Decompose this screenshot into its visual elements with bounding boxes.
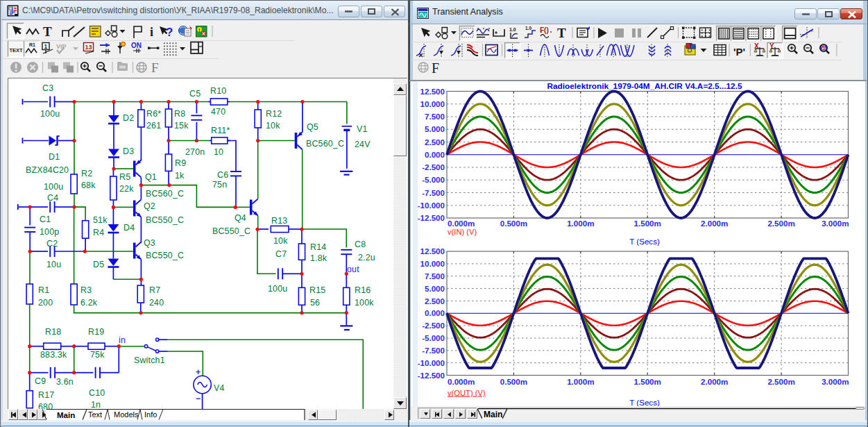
svg-text:3.000m: 3.000m [822, 377, 849, 386]
svg-text:-7.500: -7.500 [422, 188, 445, 197]
svg-text:2.000m: 2.000m [701, 219, 728, 228]
svg-text:51k: 51k [93, 215, 108, 225]
svg-text:T: T [557, 26, 566, 40]
svg-text:BC550_C: BC550_C [146, 251, 184, 260]
svg-text:R14: R14 [310, 242, 326, 252]
svg-text:Switch1: Switch1 [134, 355, 165, 365]
svg-text:R1: R1 [38, 285, 49, 295]
svg-text:5.000: 5.000 [425, 124, 445, 133]
svg-text:C7: C7 [275, 249, 287, 259]
svg-text:1.500m: 1.500m [634, 219, 661, 228]
svg-text:Q4: Q4 [235, 213, 246, 223]
svg-text:−: − [196, 394, 201, 403]
svg-text:6.2k: 6.2k [80, 298, 98, 308]
svg-text:R2: R2 [81, 169, 92, 178]
svg-text:R11*: R11* [211, 126, 230, 135]
svg-text:470: 470 [211, 107, 225, 117]
svg-text:D3: D3 [123, 146, 134, 156]
svg-text:75k: 75k [90, 350, 105, 360]
svg-text:BZX84C20: BZX84C20 [26, 165, 69, 175]
svg-text:240: 240 [149, 298, 164, 308]
svg-text:13: 13 [85, 44, 92, 51]
svg-text:100u: 100u [268, 284, 287, 294]
svg-text:V4: V4 [214, 383, 225, 393]
svg-text:1.0: 1.0 [525, 26, 531, 31]
svg-text:12.500: 12.500 [420, 246, 445, 256]
svg-text:!: ! [198, 27, 201, 33]
svg-text:Q1: Q1 [145, 172, 157, 182]
svg-text:C10: C10 [89, 388, 105, 398]
svg-text:261: 261 [146, 121, 161, 131]
svg-text:R10: R10 [210, 86, 226, 96]
svg-text:2.500m: 2.500m [767, 219, 794, 228]
svg-text:R12: R12 [266, 109, 282, 119]
svg-text:R6*: R6* [146, 109, 161, 119]
svg-text:'P': 'P' [733, 46, 745, 58]
svg-text:R15: R15 [309, 285, 325, 295]
svg-text:Q3: Q3 [144, 238, 155, 248]
svg-text:-10.000: -10.000 [418, 201, 445, 210]
svg-text:out: out [347, 265, 359, 274]
svg-text:1.8k: 1.8k [310, 253, 327, 263]
svg-text:R18: R18 [45, 327, 61, 337]
svg-text:100k: 100k [355, 298, 374, 308]
svg-text:+: + [196, 367, 201, 377]
svg-text:BC560_C: BC560_C [146, 189, 184, 199]
svg-text:D1: D1 [49, 152, 60, 162]
svg-text:VIP: VIP [56, 43, 67, 50]
svg-text:-5.000: -5.000 [422, 333, 445, 342]
svg-text:C9: C9 [35, 376, 46, 386]
svg-text:12.500: 12.500 [420, 87, 445, 96]
svg-text:100u: 100u [44, 182, 63, 192]
svg-text:D5: D5 [93, 260, 104, 269]
svg-text:7.500: 7.500 [425, 271, 445, 281]
svg-text:Radioelektronik_1979-04M_AH.CI: Radioelektronik_1979-04M_AH.CIR V4.A=2.5… [547, 81, 742, 91]
svg-text:-5.000: -5.000 [422, 175, 445, 184]
svg-text:BC550_C: BC550_C [212, 226, 250, 236]
svg-text:-7.500: -7.500 [422, 346, 445, 355]
svg-text:R3: R3 [80, 285, 92, 295]
svg-text:0.500m: 0.500m [500, 377, 527, 386]
svg-text:R4: R4 [93, 228, 104, 237]
svg-text:0.000m: 0.000m [448, 219, 475, 228]
svg-text:10u: 10u [46, 260, 61, 269]
svg-text:100u: 100u [40, 109, 60, 119]
svg-text:-12.500: -12.500 [418, 371, 445, 380]
svg-text:F: F [432, 60, 439, 76]
svg-text:F(): F() [540, 26, 549, 34]
svg-text:R8: R8 [174, 109, 185, 119]
svg-text:Q2: Q2 [144, 201, 155, 211]
svg-text:200: 200 [38, 298, 53, 308]
svg-text:T (Secs): T (Secs) [629, 237, 660, 246]
svg-text:10k: 10k [266, 121, 280, 131]
svg-text:R16: R16 [355, 285, 371, 295]
svg-text:-2.500: -2.500 [422, 321, 445, 330]
svg-text:1.000m: 1.000m [567, 377, 594, 386]
svg-text:2.500: 2.500 [425, 296, 445, 305]
svg-text:v(OUT) (V): v(OUT) (V) [448, 389, 486, 397]
svg-text:883.3k: 883.3k [40, 350, 67, 360]
svg-text:?: ? [166, 26, 173, 39]
svg-text:3.6n: 3.6n [56, 377, 74, 387]
svg-text:Main: Main [57, 411, 75, 419]
svg-text:i: i [150, 25, 153, 39]
svg-text:270n: 270n [185, 147, 205, 157]
svg-text:15k: 15k [174, 121, 189, 131]
svg-text:R5: R5 [119, 172, 130, 182]
svg-text:Q5: Q5 [307, 122, 318, 132]
svg-text:2.500m: 2.500m [767, 377, 794, 386]
svg-text:-2.500: -2.500 [422, 162, 445, 171]
svg-text:75n: 75n [212, 180, 227, 190]
svg-text:1.0: 1.0 [509, 27, 516, 32]
svg-text:R1: R1 [29, 42, 35, 47]
svg-text:1.000m: 1.000m [567, 219, 594, 228]
svg-text:10: 10 [214, 147, 223, 157]
svg-text:Main: Main [484, 410, 502, 419]
svg-text:Models: Models [114, 410, 139, 419]
svg-text:BC560_C: BC560_C [306, 139, 344, 149]
svg-text:Text: Text [88, 410, 102, 419]
svg-text:TEXT: TEXT [10, 47, 24, 53]
svg-text:10.000: 10.000 [420, 259, 445, 268]
svg-text:D2: D2 [123, 113, 134, 123]
svg-text:0.500m: 0.500m [500, 219, 527, 228]
